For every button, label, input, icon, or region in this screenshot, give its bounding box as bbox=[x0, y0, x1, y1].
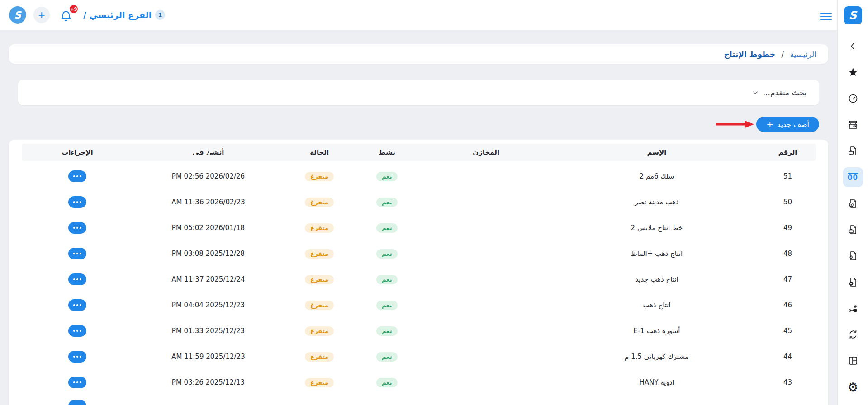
cell-name: مشترك كهربائى 1.5 م bbox=[554, 353, 760, 361]
table-row-partial bbox=[22, 399, 816, 405]
cell-created-at: AM 11:36 2026/02/23 bbox=[133, 198, 284, 206]
sidebar-item-inventory-docs[interactable] bbox=[843, 246, 863, 266]
cell-actions bbox=[22, 222, 133, 234]
cell-status: متفرغ bbox=[284, 172, 355, 181]
cell-actions bbox=[22, 273, 133, 285]
row-actions-button[interactable] bbox=[68, 325, 86, 337]
row-actions-button[interactable] bbox=[68, 248, 86, 259]
row-actions-button[interactable] bbox=[68, 170, 86, 182]
active-badge: نعم bbox=[376, 352, 397, 362]
breadcrumb-card: الرئيسية / خطوط الإنتاج bbox=[9, 44, 828, 64]
row-actions-button[interactable] bbox=[68, 400, 86, 405]
cell-created-at: AM 11:37 2025/12/24 bbox=[133, 275, 284, 283]
active-badge: نعم bbox=[376, 172, 397, 181]
sidebar-item-approvals-docs[interactable] bbox=[843, 272, 863, 292]
breadcrumb-home-link[interactable]: الرئيسية bbox=[790, 50, 816, 59]
cell-created-at: PM 04:04 2025/12/23 bbox=[133, 301, 284, 309]
table-row: 48 انتاج ذهب +الماظ نعم متفرغ PM 03:08 2… bbox=[22, 245, 816, 263]
col-header-active: نشط bbox=[355, 148, 418, 156]
chevron-down-icon bbox=[752, 89, 759, 96]
active-badge: نعم bbox=[376, 301, 397, 310]
toolbar-row: + أضف جديد bbox=[18, 117, 819, 132]
row-actions-button[interactable] bbox=[68, 377, 86, 388]
row-actions-button[interactable] bbox=[68, 222, 86, 234]
row-actions-button[interactable] bbox=[68, 196, 86, 208]
row-actions-button[interactable] bbox=[68, 351, 86, 363]
cell-number: 44 bbox=[760, 353, 816, 361]
cell-active: نعم bbox=[355, 352, 418, 362]
cell-number: 49 bbox=[760, 224, 816, 232]
col-header-status: الحالة bbox=[284, 148, 355, 156]
notifications-button[interactable]: +9 bbox=[60, 6, 75, 24]
cell-active: نعم bbox=[355, 223, 418, 233]
app-logo: S bbox=[9, 6, 26, 24]
cell-name: ادوية HANY bbox=[554, 378, 760, 386]
cell-actions bbox=[22, 299, 133, 311]
plus-icon: + bbox=[766, 120, 773, 129]
document-bag-icon bbox=[848, 224, 859, 235]
branch-count-badge: 1 bbox=[155, 10, 165, 20]
cell-name: انتاج ذهب جديد bbox=[554, 275, 760, 283]
star-icon bbox=[848, 67, 859, 78]
table-row: 49 خط انتاج ملابس 2 نعم متفرغ PM 05:02 2… bbox=[22, 219, 816, 237]
row-actions-button[interactable] bbox=[68, 299, 86, 311]
breadcrumb-separator: / bbox=[781, 50, 784, 59]
main-content: الرئيسية / خطوط الإنتاج بحث متقدم... + أ… bbox=[0, 30, 837, 405]
sidebar-item-layout[interactable] bbox=[843, 351, 863, 371]
cell-actions bbox=[22, 170, 133, 182]
sidebar-collapse-button[interactable] bbox=[843, 36, 863, 56]
right-sidebar: S 00 bbox=[837, 0, 868, 405]
sidebar-item-dashboard[interactable] bbox=[843, 89, 863, 108]
cell-number: 50 bbox=[760, 198, 816, 206]
cell-active: نعم bbox=[355, 301, 418, 310]
active-badge: نعم bbox=[376, 249, 397, 259]
table-grid-icon bbox=[848, 355, 859, 366]
row-actions-button[interactable] bbox=[68, 273, 86, 285]
sidebar-item-pos[interactable] bbox=[843, 115, 863, 135]
breadcrumb: الرئيسية / خطوط الإنتاج bbox=[724, 50, 816, 59]
status-badge: متفرغ bbox=[305, 352, 334, 362]
cell-status: متفرغ bbox=[284, 301, 355, 310]
advanced-search-panel[interactable]: بحث متقدم... bbox=[18, 80, 819, 105]
cell-number: 48 bbox=[760, 250, 816, 258]
cell-status: متفرغ bbox=[284, 275, 355, 284]
document-briefcase-icon bbox=[848, 146, 859, 156]
sidebar-item-settings[interactable]: ⚙ bbox=[843, 377, 863, 397]
sidebar-item-purchases-docs[interactable] bbox=[843, 220, 863, 240]
active-badge: نعم bbox=[376, 223, 397, 233]
cell-number: 45 bbox=[760, 327, 816, 335]
sidebar-item-production-lines[interactable]: 00 bbox=[843, 167, 863, 187]
cell-active: نعم bbox=[355, 198, 418, 207]
sidebar-nav: 00 ⚙ bbox=[843, 36, 863, 397]
document-cube-icon bbox=[848, 250, 859, 261]
document-coin-icon bbox=[848, 198, 859, 209]
status-badge: متفرغ bbox=[305, 198, 334, 207]
sidebar-item-workflow[interactable] bbox=[843, 298, 863, 318]
table-row: 47 انتاج ذهب جديد نعم متفرغ AM 11:37 202… bbox=[22, 270, 816, 288]
sidebar-item-work-orders[interactable] bbox=[843, 141, 863, 161]
cell-number: 47 bbox=[760, 275, 816, 283]
document-check-icon bbox=[848, 277, 859, 287]
hamburger-menu-icon[interactable] bbox=[820, 11, 832, 22]
cell-created-at: PM 05:02 2026/01/18 bbox=[133, 224, 284, 232]
cell-active: نعم bbox=[355, 275, 418, 284]
col-header-actions: الإجراءات bbox=[22, 148, 133, 156]
current-branch-breadcrumb[interactable]: الفرع الرئيسي / bbox=[83, 10, 152, 20]
sidebar-app-logo[interactable]: S bbox=[844, 6, 862, 24]
status-badge: متفرغ bbox=[305, 275, 334, 284]
sync-icon bbox=[848, 329, 859, 340]
chevron-left-icon bbox=[848, 41, 858, 51]
sidebar-item-favorites[interactable] bbox=[843, 62, 863, 82]
quick-add-button[interactable]: + bbox=[33, 7, 50, 23]
col-header-warehouses: المخازن bbox=[419, 148, 554, 156]
add-new-button[interactable]: + أضف جديد bbox=[756, 117, 819, 132]
page-title: خطوط الإنتاج bbox=[724, 50, 775, 59]
sidebar-item-sync[interactable] bbox=[843, 325, 863, 344]
cell-number: 46 bbox=[760, 301, 816, 309]
status-badge: متفرغ bbox=[305, 326, 334, 336]
sidebar-item-sales-docs[interactable] bbox=[843, 193, 863, 213]
workflow-icon bbox=[848, 303, 859, 314]
plus-icon: + bbox=[38, 9, 45, 21]
cell-actions bbox=[22, 351, 133, 363]
cell-name: خط انتاج ملابس 2 bbox=[554, 224, 760, 232]
